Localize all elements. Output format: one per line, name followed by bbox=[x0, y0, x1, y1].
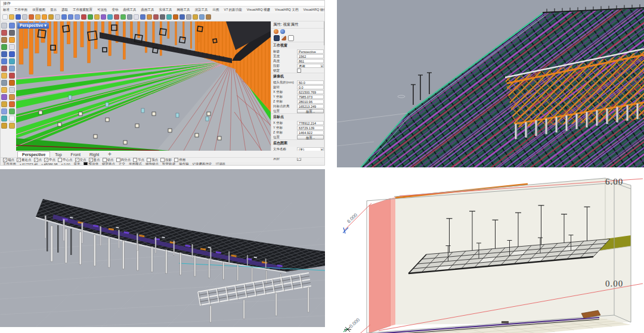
menu-tab[interactable]: VisualARQ 文档 bbox=[273, 7, 301, 13]
material-icon[interactable] bbox=[199, 14, 205, 20]
panel-input[interactable]: 28010.96 bbox=[297, 99, 324, 104]
status-toggle[interactable]: 记录建构历史 bbox=[192, 162, 212, 166]
menu-tab[interactable]: 出图 bbox=[210, 7, 222, 13]
boolean-union-icon[interactable] bbox=[1, 87, 7, 93]
redo-icon[interactable] bbox=[55, 14, 60, 20]
sphere-icon[interactable] bbox=[1, 80, 7, 86]
pan-icon[interactable] bbox=[61, 14, 67, 20]
panel-section-header[interactable]: 目标点 bbox=[271, 113, 325, 120]
menu-tab[interactable]: 工作视窗配置 bbox=[70, 7, 95, 13]
viewport-canvas[interactable] bbox=[16, 21, 271, 151]
paintbrush-icon[interactable] bbox=[281, 36, 286, 41]
panel-button[interactable]: 放置... bbox=[297, 135, 324, 139]
osnap-toggle[interactable]: ✓交点 bbox=[75, 158, 86, 162]
surface-icon[interactable] bbox=[9, 58, 15, 64]
layer-icon[interactable] bbox=[173, 14, 178, 20]
room-canvas[interactable]: 6.00 0.00 6.000 0.000 bbox=[343, 169, 644, 333]
chamfer-icon[interactable] bbox=[9, 94, 15, 100]
menu-tab[interactable]: V7 的新功能 bbox=[222, 7, 244, 13]
annotate-icon[interactable] bbox=[9, 123, 15, 129]
display-mode-icon[interactable] bbox=[274, 35, 280, 41]
panel-scrollbar[interactable] bbox=[324, 21, 325, 151]
panel-input[interactable]: Perspective bbox=[297, 49, 324, 54]
viewport-tab-front[interactable]: Front bbox=[67, 152, 85, 157]
panel-input[interactable]: 861 bbox=[297, 59, 324, 63]
window-titlebar[interactable]: 操作 bbox=[1, 1, 324, 7]
new-file-icon[interactable] bbox=[2, 14, 8, 20]
rotate-icon[interactable] bbox=[1, 108, 7, 114]
copy-icon[interactable] bbox=[9, 101, 15, 107]
fillet-icon[interactable] bbox=[1, 94, 7, 100]
viewport-tab-perspective[interactable]: Perspective bbox=[17, 151, 50, 157]
mirror-icon[interactable] bbox=[120, 14, 126, 20]
osnap-toggle[interactable]: 切点 bbox=[103, 158, 114, 162]
osnap-toggle[interactable]: ✓最近点 bbox=[17, 158, 32, 162]
osnap-toggle[interactable]: 四分点 bbox=[116, 158, 131, 162]
revolve-icon[interactable] bbox=[1, 73, 7, 79]
show-icon[interactable] bbox=[160, 14, 165, 20]
panel-section-header[interactable]: 工作视窗 bbox=[271, 42, 325, 49]
scrollbar-thumb[interactable] bbox=[324, 21, 325, 45]
rectangle-icon[interactable] bbox=[9, 44, 15, 50]
select-icon[interactable] bbox=[1, 23, 7, 29]
viewport-canopy-model[interactable] bbox=[0, 169, 325, 327]
osnap-toggle[interactable]: ✓端点 bbox=[3, 158, 14, 162]
display-mode-icon[interactable] bbox=[179, 14, 185, 20]
hide-icon[interactable] bbox=[153, 14, 159, 20]
panel-section-header[interactable]: 底色图案 bbox=[271, 139, 325, 147]
menu-tab[interactable]: 显示 bbox=[48, 7, 59, 13]
canopy-canvas[interactable] bbox=[0, 169, 325, 327]
status-toggle[interactable]: 过滤器 bbox=[215, 162, 225, 166]
status-toggle[interactable]: 操作轴 bbox=[179, 162, 189, 166]
polygon-icon[interactable] bbox=[1, 51, 7, 57]
menu-tab[interactable]: VisualARQ 物件 bbox=[301, 7, 324, 13]
panel-select[interactable]: 透视▾ bbox=[297, 64, 324, 68]
print-icon[interactable] bbox=[22, 14, 27, 20]
menu-tab[interactable]: 选取 bbox=[59, 7, 70, 13]
frame-icon[interactable] bbox=[288, 35, 294, 41]
group-icon[interactable] bbox=[147, 14, 152, 20]
viewport-tab-right[interactable]: Right bbox=[85, 152, 103, 157]
menu-tab[interactable]: 曲线工具 bbox=[121, 7, 139, 13]
render-icon[interactable] bbox=[193, 14, 198, 20]
loft-icon[interactable] bbox=[1, 66, 7, 71]
panel-input[interactable]: 621500.769 bbox=[297, 90, 324, 94]
status-toggle[interactable]: 平面模式 bbox=[129, 162, 142, 166]
osnap-toggle[interactable]: 投影 bbox=[160, 158, 172, 162]
osnap-toggle[interactable]: 顶点 bbox=[147, 158, 158, 162]
copy-object-icon[interactable] bbox=[101, 14, 106, 20]
status-toggle[interactable]: 智慧轨迹 bbox=[162, 162, 175, 166]
ellipse-icon[interactable] bbox=[1, 44, 7, 50]
viewport-deck-model[interactable] bbox=[337, 0, 644, 167]
sweep-icon[interactable] bbox=[9, 66, 15, 71]
osnap-toggle[interactable]: ✓垂点 bbox=[89, 158, 100, 162]
menu-tab[interactable]: 标准 bbox=[1, 7, 12, 13]
deck-canvas[interactable] bbox=[337, 0, 644, 167]
panel-input[interactable]: 7985.073 bbox=[297, 95, 324, 99]
globe-icon[interactable] bbox=[274, 29, 278, 34]
viewport-tab-top[interactable]: Top bbox=[51, 152, 66, 157]
copy-icon[interactable] bbox=[35, 14, 41, 20]
osnap-toggle[interactable]: ✓中点 bbox=[44, 158, 55, 162]
move-icon[interactable] bbox=[1, 101, 7, 107]
trim-icon[interactable] bbox=[127, 14, 132, 20]
panel-section-header[interactable]: 摄像机 bbox=[271, 73, 325, 80]
viewport-title-tab[interactable]: Perspective ▾ bbox=[17, 23, 49, 29]
shade-icon[interactable] bbox=[186, 14, 191, 20]
osnap-toggle[interactable]: 节点 bbox=[133, 158, 144, 162]
menu-tab[interactable]: 实体工具 bbox=[157, 7, 175, 13]
arc-icon[interactable] bbox=[9, 37, 15, 43]
lock-icon[interactable] bbox=[166, 14, 172, 20]
status-toggle[interactable]: 物件锁点 bbox=[145, 162, 159, 166]
options-icon[interactable] bbox=[206, 14, 211, 20]
circle-icon[interactable] bbox=[1, 37, 7, 43]
new-viewport-icon[interactable]: ✛ bbox=[104, 151, 116, 157]
menu-tab[interactable]: 可见性 bbox=[95, 7, 110, 13]
menu-tab[interactable]: 变动 bbox=[110, 7, 121, 13]
cut-icon[interactable] bbox=[29, 14, 34, 20]
panel-input[interactable]: 1562 bbox=[297, 54, 324, 58]
target-icon[interactable] bbox=[280, 29, 285, 34]
osnap-toggle[interactable]: 停用 bbox=[174, 158, 185, 162]
scale-icon[interactable] bbox=[9, 108, 15, 114]
point-icon[interactable] bbox=[1, 58, 7, 64]
